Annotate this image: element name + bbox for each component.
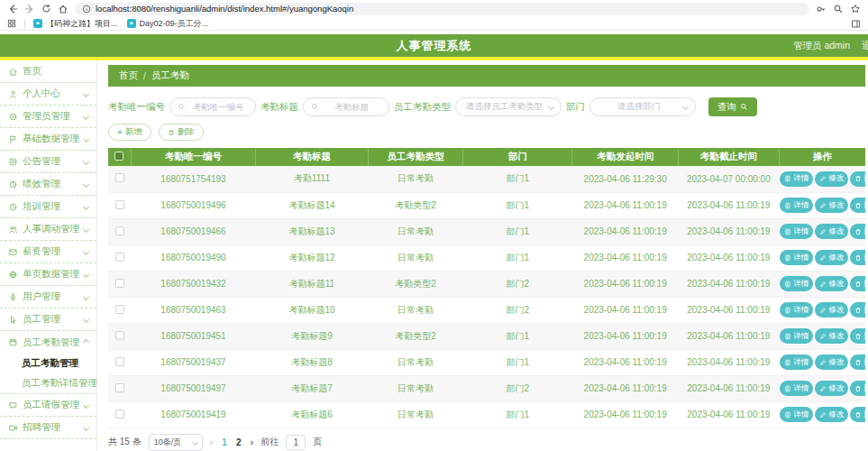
edit-button[interactable]: 修改 [815,171,848,187]
sidebar-item-performance[interactable]: 绩效管理 [0,173,96,196]
pagination-total: 共 15 条 [108,436,142,448]
attendance-title-field[interactable] [322,102,381,112]
sidebar-item-profile[interactable]: 个人中心 [0,83,96,106]
cell-actions: 详情修改删除 [779,375,865,401]
sidebar-subitem-attendance-list[interactable]: 员工考勤管理 [0,354,96,373]
row-checkbox[interactable] [115,200,124,209]
sidebar-item-salary[interactable]: 薪资管理 [0,241,96,263]
per-page-select[interactable]: 10条/页 [149,434,203,451]
page-button-2[interactable]: 2 [234,437,243,447]
edit-button[interactable]: 修改 [815,328,848,344]
attendance-type-placeholder: 请选择员工考勤类型 [463,101,545,113]
delete-button[interactable]: 删除 [850,354,865,370]
cell-actions: 详情修改删除 [779,297,865,323]
sidebar-subitem-attendance-detail[interactable]: 员工考勤详情管理 [0,373,96,393]
attendance-type-select[interactable]: 请选择员工考勤类型 [455,97,562,116]
detail-button[interactable]: 详情 [780,276,813,291]
breadcrumb-home[interactable]: 首页 [119,69,138,82]
apps-grid-icon[interactable] [7,19,16,28]
side-panel-icon[interactable] [851,19,861,29]
edit-button[interactable]: 修改 [815,381,848,396]
detail-button[interactable]: 详情 [780,354,813,370]
sidebar-item-hr-transfer[interactable]: 人事调动管理 [0,218,96,241]
sidebar-item-base-data[interactable]: 基础数据管理 [0,128,96,151]
sidebar-item-label: 员工请假管理 [23,399,79,411]
detail-button[interactable]: 详情 [780,381,813,396]
row-checkbox[interactable] [115,226,124,235]
delete-button[interactable]: 删除 [850,328,865,344]
main-content: 首页 / 员工考勤 考勤唯一编号 考勤标题 员工考勤类型 请选择员工考勤类型 部… [97,60,868,451]
row-checkbox[interactable] [115,173,124,182]
detail-button[interactable]: 详情 [780,224,813,239]
attendance-id-field[interactable] [188,102,248,112]
bookmark-star-icon[interactable] [850,4,861,14]
sidebar-item-home[interactable]: 首页 [0,60,96,83]
delete-button[interactable]: 删除 [850,198,865,213]
row-checkbox[interactable] [115,357,124,366]
logout-link[interactable]: 退出 [862,40,868,52]
row-checkbox[interactable] [115,253,124,262]
sidebar-item-label: 培训管理 [23,200,60,213]
column-header: 考勤标题 [256,148,368,166]
delete-button[interactable]: 删除 [850,250,865,265]
sidebar-item-recruit[interactable]: 招聘管理 [0,417,96,439]
edit-button[interactable]: 修改 [815,276,848,291]
add-button[interactable]: + 新增 [108,124,151,141]
delete-button[interactable]: 删除 [850,224,865,239]
detail-button[interactable]: 详情 [780,302,813,318]
delete-button[interactable]: 删除 [850,171,865,187]
cell-start-time: 2023-04-06 11:00:19 [572,375,679,401]
address-bar[interactable]: localhost:8080/renshiguanli/admin/dist/i… [75,3,809,15]
zoom-icon[interactable] [833,4,844,14]
edit-button[interactable]: 修改 [815,198,848,213]
info-icon[interactable] [82,5,91,14]
browser-home-icon[interactable] [58,4,69,14]
forward-icon[interactable] [24,4,35,14]
attendance-title-input[interactable] [303,97,389,116]
delete-button[interactable]: 删除 [850,381,865,396]
detail-button[interactable]: 详情 [780,171,813,187]
department-select[interactable]: 请选择部门 [589,97,696,116]
row-checkbox[interactable] [115,279,124,288]
search-button[interactable]: 查询 [708,97,757,116]
row-checkbox[interactable] [115,410,124,419]
edit-button[interactable]: 修改 [815,407,848,422]
row-checkbox[interactable] [115,383,124,392]
sidebar-item-employee[interactable]: 员工管理 [0,308,96,331]
delete-button[interactable]: 删除 [850,407,865,422]
detail-button[interactable]: 详情 [780,407,813,422]
sidebar-item-single-page[interactable]: 单页数据管理 [0,263,96,286]
chevron-down-icon [83,424,89,430]
back-icon[interactable] [7,4,18,14]
edit-button[interactable]: 修改 [815,354,848,370]
detail-button[interactable]: 详情 [780,198,813,213]
cell-actions: 详情修改删除 [779,244,865,271]
edit-button[interactable]: 修改 [815,250,848,265]
bookmark-item[interactable]: Day02-09-员工分... [127,18,209,30]
prev-page-button[interactable]: ‹ [210,437,214,447]
bookmark-item[interactable]: 【码神之路】项目... [33,18,118,30]
attendance-id-input[interactable] [169,97,256,116]
sidebar-item-admin-mgmt[interactable]: 管理员管理 [0,106,96,128]
detail-button[interactable]: 详情 [780,250,813,265]
edit-button[interactable]: 修改 [815,224,848,239]
goto-page-input[interactable] [286,435,306,450]
select-all-checkbox[interactable] [114,152,123,161]
next-page-button[interactable]: › [250,437,253,447]
sidebar-item-attendance[interactable]: 员工考勤管理 [0,331,96,354]
batch-delete-button[interactable]: 删除 [159,124,204,141]
row-checkbox[interactable] [115,331,124,340]
delete-button[interactable]: 删除 [850,302,865,318]
key-icon[interactable] [816,4,827,14]
sidebar-item-leave[interactable]: 员工请假管理 [0,394,96,417]
detail-button[interactable]: 详情 [780,328,813,344]
row-checkbox[interactable] [115,305,124,314]
delete-button[interactable]: 删除 [850,276,865,291]
reload-icon[interactable] [41,4,51,14]
edit-button[interactable]: 修改 [815,302,848,318]
department-placeholder: 请选择部门 [598,101,680,113]
sidebar-item-notice[interactable]: 公告管理 [0,151,96,173]
page-button-1[interactable]: 1 [220,437,229,447]
sidebar-item-training[interactable]: 培训管理 [0,196,96,218]
sidebar-item-user-mgmt[interactable]: 用户管理 [0,286,96,308]
